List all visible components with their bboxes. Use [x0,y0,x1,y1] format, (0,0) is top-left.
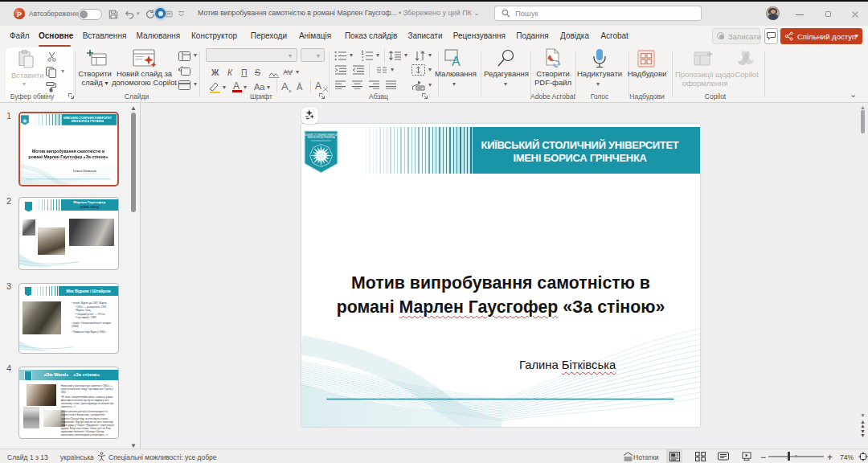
svg-text:ІМЕНІ БОРИСА ГРІНЧЕНКА: ІМЕНІ БОРИСА ГРІНЧЕНКА [308,136,335,139]
svg-text:P: P [17,10,22,18]
svg-text:A: A [452,55,461,68]
svg-text:КИЇВСЬКИЙ СТОЛИЧНИЙ УНІВЕРСИТЕ: КИЇВСЬКИЙ СТОЛИЧНИЙ УНІВЕРСИТЕТ [304,133,338,137]
svg-text:ІМЕНІ БОРИСА ГРІНЧЕНКА: ІМЕНІ БОРИСА ГРІНЧЕНКА [22,116,29,117]
